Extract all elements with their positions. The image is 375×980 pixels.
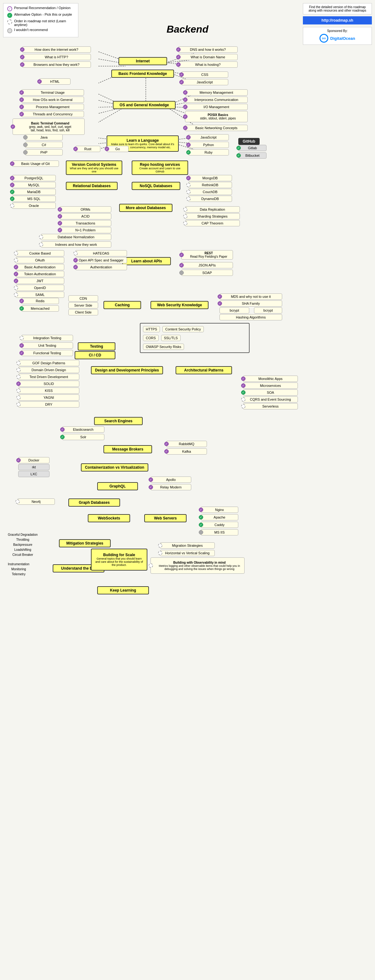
icon-dashed bbox=[16, 402, 21, 407]
hosting-node: ✓ What is hosting? bbox=[178, 62, 238, 68]
caching-node: Caching bbox=[103, 301, 141, 309]
icon-green: ✓ bbox=[241, 390, 246, 395]
icon-gray bbox=[180, 270, 184, 275]
relay-node: ✓ Relay Modern bbox=[151, 484, 191, 490]
basic-frontend-label: Basic Frontend Knowledge bbox=[119, 72, 167, 76]
repo-hosting-node: Repo hosting services Create account and… bbox=[132, 161, 188, 175]
vcs-node: Version Control Systems What are they an… bbox=[66, 161, 122, 175]
posix-node: ✓ POSIX Basics stdin, stdout, stderr, pi… bbox=[185, 111, 248, 122]
java-node: Java bbox=[25, 134, 63, 140]
icon-dashed bbox=[186, 190, 191, 194]
owasp-node: OWASP Security Risks bbox=[143, 344, 184, 350]
tdd-node: Test Driven Development bbox=[18, 374, 79, 380]
icon-purple: ✓ bbox=[105, 147, 109, 151]
icon-purple: ✓ bbox=[218, 294, 222, 299]
icon-purple: ✓ bbox=[180, 72, 184, 77]
icon-green: ✓ bbox=[186, 150, 191, 154]
sponsor-box: Sponsored By: DO DigitalOcean bbox=[303, 27, 372, 45]
icon-purple: ✓ bbox=[183, 90, 188, 95]
monolithic-node: ✓ Monolithic Apps bbox=[243, 375, 298, 382]
kiss-node: KISS bbox=[18, 388, 79, 394]
icon-purple: ✓ bbox=[19, 97, 24, 102]
do-logo-icon: DO bbox=[319, 34, 328, 43]
roadmap-info-text: Find the detailed version of this roadma… bbox=[303, 3, 372, 14]
icon-purple: ✓ bbox=[183, 126, 188, 130]
legend-text-purple: Personal Recommendation / Opinion bbox=[14, 6, 70, 10]
go-node: ✓ Go bbox=[106, 146, 129, 152]
dynamodb-node: DynamoDB bbox=[188, 196, 232, 202]
elasticsearch-node: ✓ Elasticsearch bbox=[62, 426, 105, 433]
rethinkdb-node: RethinkDB bbox=[188, 182, 232, 188]
nosql-node: NoSQL Databases bbox=[132, 182, 180, 190]
orms-node: ✓ ORMs bbox=[60, 206, 111, 213]
icon-purple: ✓ bbox=[180, 253, 184, 257]
icon-dashed bbox=[186, 183, 191, 187]
icon-green: ✓ bbox=[10, 190, 14, 194]
icon-purple: ✓ bbox=[176, 62, 181, 67]
scrypt-node: bcrypt bbox=[219, 307, 249, 313]
nginx-node: ✓ Nginx bbox=[201, 507, 238, 513]
ddd-node: Domain Driven Design bbox=[18, 367, 79, 373]
architectural-node: Architectural Patterns bbox=[176, 366, 232, 374]
solid-node: ✓ SOLID bbox=[18, 380, 79, 387]
icon-dashed bbox=[15, 500, 20, 504]
mssql-node: ✓ MS SQL bbox=[12, 196, 56, 202]
neo4j-node: Neo4j bbox=[17, 498, 55, 505]
icon-purple: ✓ bbox=[19, 90, 24, 95]
n1-node: ✓ N+1 Problem bbox=[60, 227, 111, 233]
cqrs-node: CQRS and Event Sourcing bbox=[243, 396, 298, 402]
networking-basics-node: ✓ Basic Networking Concepts bbox=[185, 125, 248, 131]
openid-node: OpenID bbox=[16, 285, 64, 291]
legend-text-green: Alternative Option - Pick this or purple bbox=[14, 13, 72, 16]
icon-purple: ✓ bbox=[60, 427, 65, 432]
openapi-node: ✓ Open API Spec and Swagger bbox=[75, 257, 127, 263]
icon-purple: ✓ bbox=[20, 62, 24, 67]
building-scale-node: Building for Scale General topics that y… bbox=[91, 549, 147, 571]
https-node: HTTPS bbox=[143, 326, 160, 332]
icon-purple: ✓ bbox=[10, 176, 14, 180]
horizontal-scaling-node: Horizontal vs Vertical Scaling bbox=[160, 550, 215, 556]
terminal-node: ✓ Terminal Usage bbox=[21, 89, 84, 95]
icon-green: ✓ bbox=[199, 523, 203, 527]
roadmap-url[interactable]: http://roadmap.sh bbox=[303, 16, 372, 24]
db-norm-node: Database Normalization bbox=[41, 234, 111, 240]
internet-left-3: ✓ Browsers and how they work? bbox=[22, 62, 91, 68]
learn-apis-node: Learn about APIs bbox=[122, 257, 171, 265]
mitigation-node: Mitigation Strategies bbox=[59, 539, 111, 547]
basic-git-node: ✓ Basic Usage of Git bbox=[12, 161, 59, 167]
bitbucket-node: ✓ Bitbucket bbox=[238, 152, 267, 159]
icon-dashed bbox=[16, 375, 21, 379]
data-replication-node: Data Replication bbox=[185, 206, 240, 213]
icon-green: ✓ bbox=[19, 306, 24, 311]
ruby-node: ✓ Ruby bbox=[188, 149, 229, 156]
icon-purple: ✓ bbox=[19, 105, 24, 109]
msiis-node: MS IIS bbox=[201, 529, 238, 535]
legend-text-dashed: Order in roadmap not strict (Learn anyti… bbox=[14, 19, 74, 27]
relational-db-node: Relational Databases bbox=[66, 182, 118, 190]
icon-gray bbox=[23, 150, 28, 154]
migration-strategies-node: Migration Strategies bbox=[160, 542, 215, 549]
github-node: GitHub bbox=[238, 138, 260, 145]
sharding-node: Sharding Strategies bbox=[185, 213, 240, 220]
icon-dashed bbox=[39, 242, 43, 247]
icon-green: ✓ bbox=[199, 515, 203, 519]
icon-purple: ✓ bbox=[176, 47, 181, 52]
transactions-node: ✓ Transactions bbox=[60, 220, 111, 226]
icon-dashed bbox=[19, 336, 24, 340]
rabbitmq-node: ✓ RabbitMQ bbox=[166, 441, 207, 447]
icon-dashed bbox=[73, 251, 78, 256]
icon-purple: ✓ bbox=[73, 147, 78, 151]
postgresql-node: ✓ PostgreSQL bbox=[12, 175, 56, 181]
mongodb-node: ✓ MongoDB bbox=[188, 175, 232, 181]
icon-green: ✓ bbox=[237, 153, 241, 158]
design-principles-node: Design and Development Principles bbox=[91, 366, 163, 374]
icon-purple: ✓ bbox=[58, 228, 62, 232]
icon-purple: ✓ bbox=[16, 382, 21, 386]
jwt-node: ✓ JWT bbox=[16, 278, 64, 284]
roadmap-info: Find the detailed version of this roadma… bbox=[303, 3, 372, 45]
md5-node: ✓ MD5 and why not to use it bbox=[219, 293, 282, 300]
csp-node: Content Security Policy bbox=[162, 326, 204, 332]
icon-dashed bbox=[14, 258, 18, 262]
cicd-node: CI / CD bbox=[75, 351, 115, 359]
legend-text-gray: I wouldn't recommend bbox=[14, 28, 48, 32]
